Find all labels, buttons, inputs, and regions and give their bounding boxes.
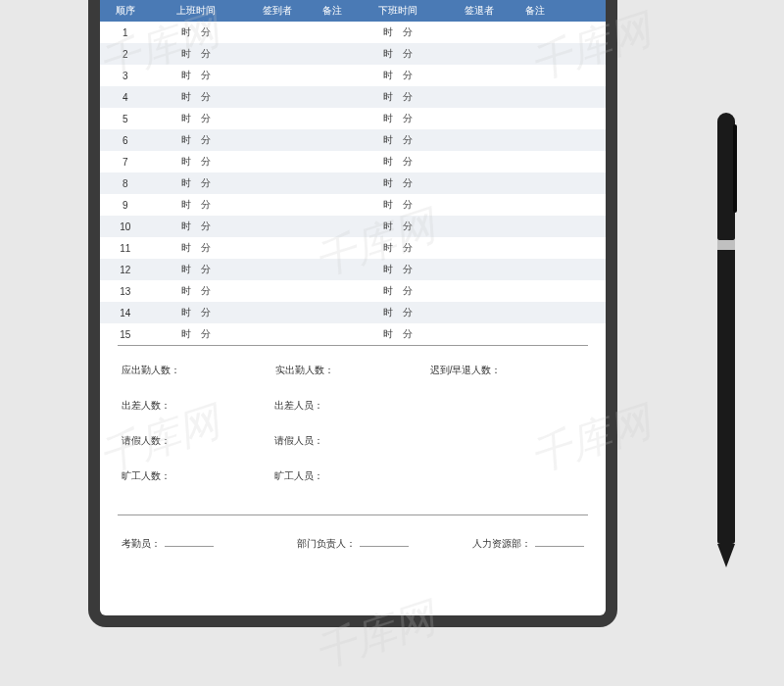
cell-seq: 7 [100, 157, 151, 168]
cell-offtime: 时分 [353, 306, 444, 319]
absent-people-label: 旷工人员： [274, 469, 584, 483]
cell-ontime: 时分 [151, 306, 242, 319]
pen-tip [717, 544, 735, 567]
cell-ontime: 时分 [151, 198, 242, 212]
cell-seq: 8 [100, 178, 151, 189]
sig-dept-label: 部门负责人： [297, 537, 356, 551]
cell-ontime: 时分 [151, 25, 242, 39]
cell-offtime: 时分 [353, 133, 444, 147]
sig-line [165, 535, 214, 547]
signature-section: 考勤员： 部门负责人： 人力资源部： [118, 514, 588, 551]
cell-seq: 1 [100, 27, 151, 38]
table-header: 顺序 上班时间 签到者 备注 下班时间 签退者 备注 [100, 0, 606, 22]
cell-ontime: 时分 [151, 241, 242, 255]
sig-dept: 部门负责人： [275, 535, 429, 551]
header-signout: 签退者 [444, 4, 514, 18]
cell-offtime: 时分 [353, 47, 444, 61]
sig-line [535, 535, 584, 547]
cell-ontime: 时分 [151, 263, 242, 276]
sig-checker-label: 考勤员： [122, 537, 161, 551]
cell-ontime: 时分 [151, 327, 242, 341]
table-row: 6时分时分 [100, 129, 606, 151]
table-row: 1时分时分 [100, 22, 606, 43]
cell-offtime: 时分 [353, 90, 444, 104]
cell-offtime: 时分 [353, 112, 444, 125]
cell-offtime: 时分 [353, 284, 444, 298]
header-seq: 顺序 [100, 4, 151, 18]
should-attend-label: 应出勤人数： [122, 364, 275, 377]
cell-seq: 12 [100, 265, 151, 275]
cell-ontime: 时分 [151, 112, 242, 125]
table-row: 12时分时分 [100, 259, 606, 280]
table-row: 3时分时分 [100, 65, 606, 86]
sig-hr: 人力资源部： [430, 535, 584, 551]
cell-seq: 15 [100, 329, 151, 340]
table-row: 9时分时分 [100, 194, 606, 216]
summary-section: 应出勤人数： 实出勤人数： 迟到/早退人数： 出差人数： 出差人员： 请假人数：… [100, 346, 606, 514]
cell-offtime: 时分 [353, 176, 444, 190]
sig-checker: 考勤员： [122, 535, 275, 551]
table-row: 5时分时分 [100, 108, 606, 129]
cell-seq: 6 [100, 135, 151, 146]
header-note2: 备注 [514, 4, 555, 18]
cell-seq: 9 [100, 200, 151, 211]
cell-ontime: 时分 [151, 47, 242, 61]
cell-offtime: 时分 [353, 69, 444, 82]
cell-ontime: 时分 [151, 90, 242, 104]
cell-seq: 5 [100, 114, 151, 124]
cell-offtime: 时分 [353, 25, 444, 39]
cell-ontime: 时分 [151, 69, 242, 82]
table-row: 11时分时分 [100, 237, 606, 259]
cell-offtime: 时分 [353, 327, 444, 341]
cell-seq: 3 [100, 71, 151, 81]
pen-graphic [717, 113, 735, 583]
table-row: 14时分时分 [100, 302, 606, 323]
late-early-label: 迟到/早退人数： [430, 364, 584, 377]
cell-offtime: 时分 [353, 220, 444, 233]
summary-row-2: 出差人数： 出差人员： [122, 399, 584, 413]
leave-count-label: 请假人数： [122, 434, 274, 448]
actual-attend-label: 实出勤人数： [275, 364, 429, 377]
summary-row-4: 旷工人数： 旷工人员： [122, 469, 584, 483]
cell-ontime: 时分 [151, 155, 242, 169]
cell-seq: 11 [100, 243, 151, 254]
cell-offtime: 时分 [353, 198, 444, 212]
pen-body [717, 250, 735, 544]
table-row: 10时分时分 [100, 216, 606, 237]
header-signin: 签到者 [241, 4, 312, 18]
leave-people-label: 请假人员： [274, 434, 584, 448]
header-offtime: 下班时间 [353, 4, 444, 18]
trip-people-label: 出差人员： [274, 399, 584, 413]
pen-clip [733, 124, 737, 213]
cell-ontime: 时分 [151, 220, 242, 233]
summary-row-1: 应出勤人数： 实出勤人数： 迟到/早退人数： [122, 364, 584, 377]
cell-seq: 2 [100, 49, 151, 60]
table-row: 15时分时分 [100, 323, 606, 345]
header-ontime: 上班时间 [151, 4, 242, 18]
cell-seq: 10 [100, 221, 151, 232]
cell-offtime: 时分 [353, 241, 444, 255]
attendance-sheet: 顺序 上班时间 签到者 备注 下班时间 签退者 备注 1时分时分2时分时分3时分… [100, 0, 606, 615]
table-row: 13时分时分 [100, 280, 606, 302]
summary-row-3: 请假人数： 请假人员： [122, 434, 584, 448]
table-row: 7时分时分 [100, 151, 606, 172]
table-row: 4时分时分 [100, 86, 606, 108]
cell-seq: 4 [100, 92, 151, 103]
clipboard-frame: 顺序 上班时间 签到者 备注 下班时间 签退者 备注 1时分时分2时分时分3时分… [88, 0, 617, 627]
pen-cap [717, 113, 735, 240]
cell-seq: 14 [100, 308, 151, 318]
absent-count-label: 旷工人数： [122, 469, 274, 483]
sig-hr-label: 人力资源部： [472, 537, 531, 551]
cell-ontime: 时分 [151, 133, 242, 147]
table-row: 8时分时分 [100, 172, 606, 194]
cell-ontime: 时分 [151, 176, 242, 190]
cell-offtime: 时分 [353, 155, 444, 169]
cell-seq: 13 [100, 286, 151, 297]
cell-ontime: 时分 [151, 284, 242, 298]
table-row: 2时分时分 [100, 43, 606, 65]
sig-line [360, 535, 409, 547]
pen-band [717, 240, 735, 250]
cell-offtime: 时分 [353, 263, 444, 276]
table-body: 1时分时分2时分时分3时分时分4时分时分5时分时分6时分时分7时分时分8时分时分… [100, 22, 606, 345]
header-note1: 备注 [313, 4, 353, 18]
